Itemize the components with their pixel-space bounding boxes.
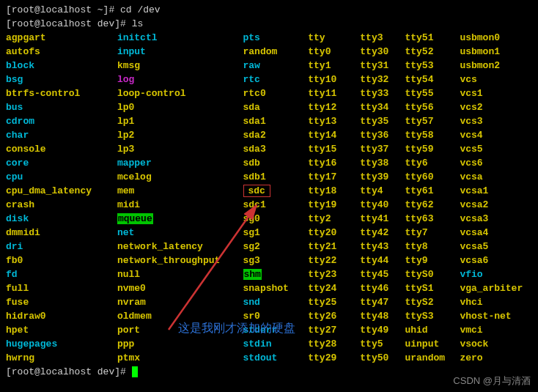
tty18-entry: tty18 xyxy=(308,185,336,196)
list-cell: zero xyxy=(460,351,532,365)
tty13-entry: tty13 xyxy=(308,116,336,127)
network_throughput-entry: network_throughput xyxy=(117,255,220,266)
list-cell: vcs5 xyxy=(460,142,532,156)
list-cell: tty23 xyxy=(308,267,360,281)
list-row: hwrngptmxstdouttty29tty50urandomzero xyxy=(6,351,532,365)
list-row: cpumcelogsdb1tty17tty39tty60vcsa xyxy=(6,170,532,184)
uhid-entry: uhid xyxy=(405,325,427,336)
list-cell: tty13 xyxy=(308,114,360,128)
list-cell: tty63 xyxy=(405,212,460,226)
tty55-entry: tty55 xyxy=(405,88,433,99)
vcs5-entry: vcs5 xyxy=(460,144,482,155)
usbmon1-entry: usbmon1 xyxy=(460,46,500,57)
list-cell: tty57 xyxy=(405,114,460,128)
list-cell: tty48 xyxy=(360,309,405,323)
list-cell: core xyxy=(6,156,117,170)
tty35-entry: tty35 xyxy=(360,116,388,127)
tty0-entry: tty0 xyxy=(308,46,331,57)
list-cell: vcs4 xyxy=(460,128,532,142)
btrfs-control-entry: btrfs-control xyxy=(6,88,80,99)
shm-entry: shm xyxy=(243,269,262,280)
list-cell: tty51 xyxy=(405,31,460,45)
list-cell: char xyxy=(6,128,117,142)
list-cell: lp3 xyxy=(117,142,243,156)
tty15-entry: tty15 xyxy=(308,144,336,155)
list-cell: tty62 xyxy=(405,198,460,212)
terminal-output[interactable]: [root@localhost ~]# cd /dev [root@localh… xyxy=(0,0,538,382)
list-cell: random xyxy=(243,45,309,59)
block-entry: block xyxy=(6,60,34,71)
list-cell: vcsa3 xyxy=(460,212,532,226)
list-cell: lp1 xyxy=(117,114,243,128)
list-row: fb0network_throughputsg3tty22tty44tty9vc… xyxy=(6,254,532,267)
null-entry: null xyxy=(117,269,140,280)
list-cell: tty27 xyxy=(308,323,360,337)
ttyS2-entry: ttyS2 xyxy=(405,297,433,308)
autofs-entry: autofs xyxy=(6,46,40,57)
list-cell: tty58 xyxy=(405,128,460,142)
stderr-entry: stderr xyxy=(243,325,278,336)
sr0-entry: sr0 xyxy=(243,311,260,322)
cursor-icon xyxy=(132,366,138,377)
ttyS3-entry: ttyS3 xyxy=(405,311,433,322)
fd-entry: fd xyxy=(6,269,18,280)
port-entry: port xyxy=(117,325,140,336)
tty28-entry: tty28 xyxy=(308,339,336,350)
list-cell: vcsa4 xyxy=(460,226,532,240)
list-cell: tty42 xyxy=(360,226,405,240)
list-cell: port xyxy=(117,323,243,337)
ppp-entry: ppp xyxy=(117,339,134,350)
list-cell: tty20 xyxy=(308,226,360,240)
list-cell: stdout xyxy=(243,351,309,365)
list-row: fusenvramsndtty25tty47ttyS2vhci xyxy=(6,295,532,309)
sdb-entry: sdb xyxy=(243,158,260,169)
list-cell: usbmon1 xyxy=(460,45,532,59)
list-row: bsglogrtctty10tty32tty54vcs xyxy=(6,73,532,86)
list-cell: tty40 xyxy=(360,198,405,212)
list-row: agpgartinitctlptsttytty3tty51usbmon0 xyxy=(6,31,532,45)
tty5-entry: tty5 xyxy=(360,339,383,350)
mcelog-entry: mcelog xyxy=(117,171,152,182)
vfio-entry: vfio xyxy=(460,269,482,280)
list-cell: tty44 xyxy=(360,254,405,267)
bsg-entry: bsg xyxy=(6,74,23,85)
vhci-entry: vhci xyxy=(460,297,482,308)
list-row: drinetwork_latencysg2tty21tty43tty8vcsa5 xyxy=(6,240,532,254)
list-row: buslp0sdatty12tty34tty56vcs2 xyxy=(6,100,532,114)
list-cell: null xyxy=(117,267,243,281)
tty25-entry: tty25 xyxy=(308,297,336,308)
list-cell: shm xyxy=(243,267,309,281)
nvram-entry: nvram xyxy=(117,297,146,308)
list-cell: sr0 xyxy=(243,309,309,323)
list-cell: vga_arbiter xyxy=(460,281,532,295)
tty49-entry: tty49 xyxy=(360,325,388,336)
fuse-entry: fuse xyxy=(6,297,29,308)
list-cell: snd xyxy=(243,295,309,309)
list-row: hidraw0oldmemsr0tty26tty48ttyS3vhost-net xyxy=(6,309,532,323)
tty1-entry: tty1 xyxy=(308,60,331,71)
tty39-entry: tty39 xyxy=(360,171,388,182)
list-cell: tty46 xyxy=(360,281,405,295)
list-cell: tty xyxy=(308,31,360,45)
list-cell: sg1 xyxy=(243,226,309,240)
vsock-entry: vsock xyxy=(460,339,488,350)
tty57-entry: tty57 xyxy=(405,116,433,127)
tty30-entry: tty30 xyxy=(360,46,388,57)
mqueue-entry: mqueue xyxy=(117,213,153,224)
lp1-entry: lp1 xyxy=(117,116,134,127)
list-cell: raw xyxy=(243,59,309,73)
list-cell: snapshot xyxy=(243,281,309,295)
list-cell: tty61 xyxy=(405,184,460,198)
list-cell: nvme0 xyxy=(117,281,243,295)
list-cell: tty59 xyxy=(405,142,460,156)
list-cell: dri xyxy=(6,240,117,254)
list-cell: full xyxy=(6,281,117,295)
list-cell: tty15 xyxy=(308,142,360,156)
list-cell: tty4 xyxy=(360,184,405,198)
list-cell: dmmidi xyxy=(6,226,117,240)
list-cell: fuse xyxy=(6,295,117,309)
vcs-entry: vcs xyxy=(460,74,476,85)
list-cell: vhost-net xyxy=(460,309,532,323)
list-row: btrfs-controlloop-controlrtc0tty11tty33t… xyxy=(6,86,532,100)
tty32-entry: tty32 xyxy=(360,74,388,85)
